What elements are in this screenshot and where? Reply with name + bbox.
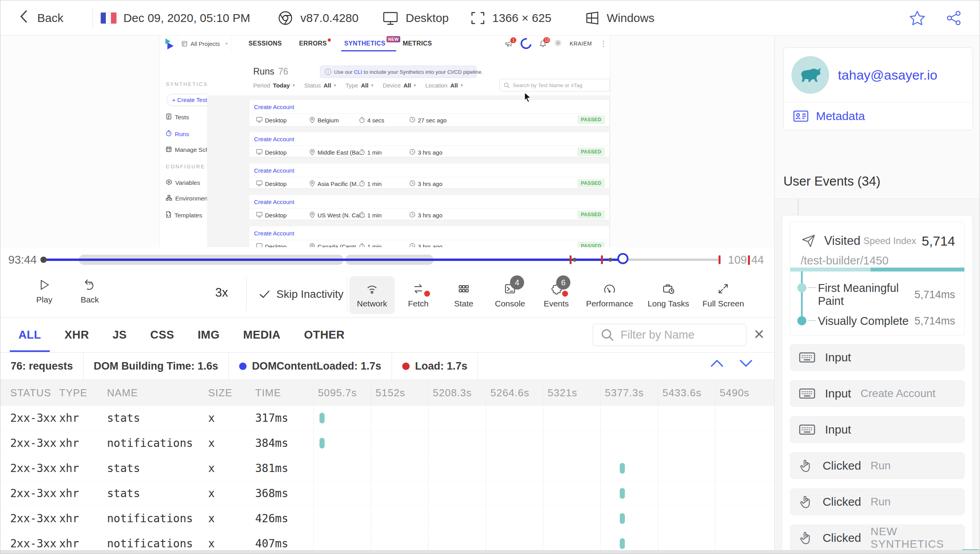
metadata-button[interactable]: Metadata	[784, 102, 973, 130]
request-size: x	[208, 456, 215, 481]
request-time: 384ms	[255, 431, 288, 456]
request-name: notifications	[107, 431, 193, 456]
location-pin-icon	[309, 180, 315, 188]
fullscreen-icon	[716, 282, 730, 296]
request-type: xhr	[59, 481, 79, 506]
panel-events[interactable]: 6Events	[534, 276, 579, 314]
network-tab-media[interactable]: MEDIA	[243, 318, 280, 352]
panel-full-screen[interactable]: Full Screen	[701, 276, 746, 314]
metric-dot-icon	[797, 316, 806, 325]
timeline-scrubber-handle[interactable]	[617, 253, 628, 264]
gear-icon	[554, 39, 562, 48]
network-request-row[interactable]: 2xx-3xx xhr stats x 381ms	[0, 456, 774, 481]
metric-row: Visually Complete5,714ms	[818, 315, 955, 328]
time-column-header: 5208.3s	[433, 380, 472, 406]
network-tab-css[interactable]: CSS	[150, 318, 174, 352]
request-name: notifications	[107, 506, 193, 531]
request-status: 2xx-3xx	[10, 481, 56, 506]
panel-fetch[interactable]: Fetch	[396, 276, 441, 314]
user-email-link[interactable]: tahay@asayer.io	[838, 67, 937, 83]
skip-inactivity-toggle[interactable]: Skip Inactivity	[259, 288, 343, 301]
play-button[interactable]: Play	[23, 278, 66, 304]
network-request-row[interactable]: 2xx-3xx xhr notifications x 426ms	[0, 506, 774, 531]
run-card: Create Account Desktop Canada (Centr... …	[249, 226, 609, 247]
clicked-event-card[interactable]: ClickedNEW SYNTHETICS	[790, 525, 965, 551]
network-tab-other[interactable]: OTHER	[304, 318, 345, 352]
timeline: 93:44 10944	[0, 247, 774, 272]
load-dot-icon	[402, 363, 410, 370]
speed-button[interactable]: 3x	[215, 286, 228, 300]
filter-input[interactable]: Filter by Name	[593, 324, 746, 346]
timeline-track[interactable]	[43, 247, 721, 272]
close-panel-button[interactable]: ×	[754, 325, 764, 343]
grid-line	[600, 380, 601, 554]
user-card: tahay@asayer.io Metadata	[783, 47, 973, 130]
dcl-dot-icon	[239, 363, 247, 370]
event-dot	[573, 258, 577, 262]
request-waterfall-bar	[319, 413, 325, 423]
column-header-type: TYPE	[59, 380, 87, 406]
grid-line	[715, 380, 715, 554]
panel-state[interactable]: State	[441, 276, 486, 314]
input-event-card[interactable]: Input	[790, 344, 965, 371]
date-label: Dec 09, 2020, 05:10 PM	[123, 11, 250, 25]
clicked-event-card[interactable]: ClickedRun	[790, 488, 965, 515]
jump-up-button[interactable]	[709, 358, 725, 370]
request-size: x	[208, 406, 215, 430]
visited-event-card[interactable]: Visited Speed Index 5,714 /test-builder/…	[790, 222, 965, 335]
panel-console[interactable]: 4Console	[487, 276, 533, 314]
jump-down-button[interactable]	[738, 358, 754, 370]
location-pin-icon	[309, 149, 315, 157]
metric-tick	[808, 287, 816, 288]
run-test-name: Create Account	[249, 132, 609, 146]
create-test-button: + Create Test	[167, 94, 212, 106]
share-icon[interactable]	[946, 10, 962, 26]
clock-icon	[409, 149, 416, 156]
favorite-star-icon[interactable]	[909, 10, 926, 26]
request-type: xhr	[59, 406, 79, 430]
status-badge: PASSED	[577, 179, 605, 188]
input-event-card[interactable]: InputCreate Account	[790, 380, 965, 407]
request-waterfall-bar	[319, 438, 325, 448]
metric-tick	[808, 320, 816, 321]
timeline-remaining	[624, 259, 721, 261]
network-request-row[interactable]: 2xx-3xx xhr notifications x 384ms	[0, 431, 774, 456]
navigate-icon	[800, 233, 817, 249]
state-icon	[457, 282, 471, 296]
timeline-end-time: 10944	[728, 253, 764, 266]
filter-device: DeviceAll▾	[383, 82, 416, 89]
stopwatch-icon	[359, 211, 365, 219]
panel-performance[interactable]: Performance	[587, 276, 632, 314]
time-column-header: 5321s	[548, 380, 577, 406]
load-time: Load: 1.7s	[392, 353, 478, 379]
time-column-header: 5377.3s	[605, 380, 644, 406]
console-icon: 4	[503, 282, 517, 296]
app-logo-icon	[165, 38, 175, 51]
back-button[interactable]: Back	[18, 9, 64, 27]
network-request-row[interactable]: 2xx-3xx xhr stats x 368ms	[0, 481, 774, 506]
visited-label: Visited	[824, 234, 860, 248]
metric-dot-icon	[797, 283, 806, 292]
network-request-row[interactable]: 2xx-3xx xhr stats x 317ms	[0, 406, 774, 431]
clicked-event-card[interactable]: ClickedRun	[790, 452, 965, 479]
run-card: Create Account Desktop US West (N. Cal..…	[249, 195, 609, 220]
back-button[interactable]: 10Back	[68, 278, 111, 304]
clock-icon	[409, 243, 416, 247]
replayed-app-content: Runs76 i Use our CLI to include your Syn…	[207, 51, 610, 247]
run-detail-row: Desktop Middle East (Ba... 1 min 3 hrs a…	[249, 146, 609, 157]
time-column-header: 5490s	[720, 380, 750, 406]
metric-rail	[801, 272, 803, 322]
panel-long-tasks[interactable]: Long Tasks	[646, 276, 691, 314]
panel-network[interactable]: Network	[349, 276, 395, 314]
input-event-card[interactable]: Input	[790, 416, 965, 443]
sidebar-item-tests: Tests	[166, 113, 189, 121]
monitor-icon	[382, 10, 399, 26]
time-column-header: 5264.6s	[490, 380, 530, 406]
network-tab-xhr[interactable]: XHR	[65, 318, 89, 352]
new-badge: NEW	[387, 36, 400, 42]
network-tab-js[interactable]: JS	[113, 318, 127, 352]
project-selector: All Projects ▾	[177, 36, 231, 51]
longtasks-icon	[661, 282, 675, 296]
network-tab-all[interactable]: ALL	[18, 318, 41, 352]
network-tab-img[interactable]: IMG	[198, 318, 220, 352]
